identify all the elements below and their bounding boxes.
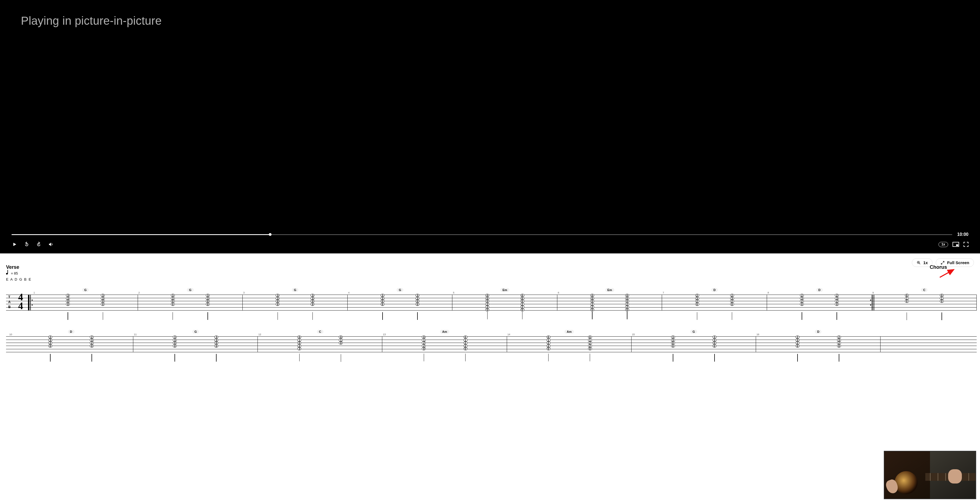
chord-column: 000220 bbox=[520, 294, 524, 319]
tab-bar: 15G33003300 bbox=[632, 330, 756, 355]
pip-video[interactable] bbox=[884, 451, 976, 499]
chord-label: G bbox=[82, 288, 89, 292]
tab-bar: 2G33003300 bbox=[138, 289, 243, 313]
progress-thumb[interactable] bbox=[269, 233, 272, 236]
chord-column: 3300 bbox=[415, 294, 419, 320]
progress-row: 10:00 bbox=[11, 232, 969, 237]
chord-label: C bbox=[921, 288, 928, 292]
chord-label: D bbox=[711, 288, 718, 292]
pip-toggle-button[interactable] bbox=[953, 242, 959, 247]
rewind-10-button[interactable]: 10 bbox=[24, 241, 30, 248]
tab-bar: 7D23202320 bbox=[662, 289, 767, 313]
tab-bar: 1G33003300 bbox=[33, 289, 138, 313]
tuning-text: E A D G B E bbox=[6, 277, 32, 282]
video-fullscreen-button[interactable] bbox=[964, 242, 969, 247]
chord-label: Am bbox=[440, 330, 449, 333]
chord-label: D bbox=[815, 330, 821, 333]
chord-column: 2320 bbox=[837, 335, 841, 362]
svg-text:10: 10 bbox=[26, 244, 27, 246]
tab-bar: 11G33003300 bbox=[133, 330, 258, 355]
chord-column: 3300 bbox=[206, 294, 210, 320]
chord-column: 01220 bbox=[547, 335, 550, 361]
forward-10-button[interactable]: 10 bbox=[36, 241, 42, 248]
svg-line-6 bbox=[940, 270, 954, 277]
chord-column: 2320 bbox=[800, 294, 804, 320]
tab-bar: 10D23202320 bbox=[9, 330, 133, 355]
chord-column: 3300 bbox=[310, 294, 314, 320]
chord-label: G bbox=[690, 330, 697, 333]
tab-bar: 13Am0122001220 bbox=[382, 330, 507, 355]
tab-bar: 4G33003300 bbox=[348, 289, 453, 313]
zoom-in-icon bbox=[916, 260, 921, 265]
chord-column: 01220 bbox=[422, 335, 426, 361]
tab-row-2: 10D2320232011G3300330012C0102301013Am012… bbox=[6, 330, 977, 355]
chord-label: Am bbox=[565, 330, 574, 333]
chord-column: 2320 bbox=[730, 294, 734, 320]
chord-column: 01220 bbox=[588, 335, 592, 361]
chord-column: 3300 bbox=[173, 335, 177, 362]
play-button[interactable] bbox=[11, 241, 18, 248]
tab-row-1: TAB 44 1G330033002G330033003G330033004G3… bbox=[6, 289, 977, 313]
chord-label: G bbox=[396, 288, 403, 292]
tab-bar: 6Em000220000220 bbox=[557, 289, 662, 313]
chord-column: 000220 bbox=[485, 294, 489, 319]
chord-column: 000220 bbox=[625, 294, 629, 319]
svg-line-3 bbox=[919, 263, 920, 264]
zoom-button[interactable]: 1x bbox=[912, 259, 932, 267]
chord-column: 2320 bbox=[795, 335, 799, 362]
chord-column: 2320 bbox=[90, 335, 94, 362]
volume-button[interactable] bbox=[48, 241, 54, 248]
section-label-verse: Verse bbox=[6, 264, 19, 270]
tab-bar: 14Am0122001220 bbox=[507, 330, 632, 355]
zoom-label: 1x bbox=[923, 260, 928, 265]
chord-column: 3300 bbox=[380, 294, 385, 320]
chord-column: 3300 bbox=[66, 294, 70, 320]
chord-label: D bbox=[816, 288, 823, 292]
chord-column: 010 bbox=[339, 335, 343, 362]
chord-column: 3300 bbox=[101, 294, 105, 320]
section-label-chorus: Chorus bbox=[930, 264, 947, 270]
tempo-meta: = 85 E A D G B E bbox=[6, 271, 32, 282]
chord-column: 3300 bbox=[713, 335, 716, 362]
tempo-value: = 85 bbox=[11, 271, 18, 276]
tab-bar: 9C010010 bbox=[872, 289, 977, 313]
pip-camera-1 bbox=[885, 451, 930, 498]
tab-sheet: 1x Full Screen Verse Chorus = 85 E A D G… bbox=[0, 254, 980, 503]
tab-bar: 16D23202320 bbox=[756, 330, 880, 355]
chord-column: 000220 bbox=[590, 294, 594, 319]
video-controls: 10:00 10 10 1x bbox=[0, 232, 980, 254]
chord-column: 010 bbox=[905, 294, 909, 320]
chord-label: G bbox=[292, 288, 299, 292]
chord-label: Em bbox=[605, 288, 614, 292]
chord-label: Em bbox=[500, 288, 509, 292]
chord-label: G bbox=[192, 330, 199, 333]
svg-text:10: 10 bbox=[38, 244, 40, 246]
chord-column: 3300 bbox=[671, 335, 675, 362]
playback-speed-button[interactable]: 1x bbox=[939, 242, 948, 247]
chord-label: C bbox=[317, 330, 323, 333]
video-player: Playing in picture-in-picture 10:00 10 1… bbox=[0, 0, 980, 254]
tab-bar: 3G33003300 bbox=[243, 289, 348, 313]
progress-played bbox=[11, 234, 270, 235]
chord-column: 01220 bbox=[464, 335, 468, 361]
quarter-note-icon bbox=[6, 273, 8, 275]
tab-bar: 12C01023010 bbox=[258, 330, 382, 355]
progress-track[interactable] bbox=[11, 234, 952, 235]
chord-label: G bbox=[187, 288, 194, 292]
chord-column: 2320 bbox=[835, 294, 839, 320]
tab-bar: 8D23202320 bbox=[767, 289, 872, 313]
fullscreen-label: Full Screen bbox=[947, 260, 969, 265]
chord-column: 3300 bbox=[171, 294, 175, 320]
video-total-time: 10:00 bbox=[957, 232, 969, 237]
chord-column: 3300 bbox=[276, 294, 280, 320]
tab-bar: 5Em000220000220 bbox=[452, 289, 557, 313]
chord-label: D bbox=[68, 330, 75, 333]
chord-column: 3300 bbox=[214, 335, 218, 362]
pip-camera-2 bbox=[930, 451, 975, 498]
pip-overlay-text: Playing in picture-in-picture bbox=[0, 0, 980, 232]
chord-column: 2320 bbox=[695, 294, 699, 320]
chord-column: 010 bbox=[940, 294, 944, 320]
chord-column: 01023 bbox=[298, 335, 301, 361]
chord-column: 2320 bbox=[48, 335, 52, 362]
